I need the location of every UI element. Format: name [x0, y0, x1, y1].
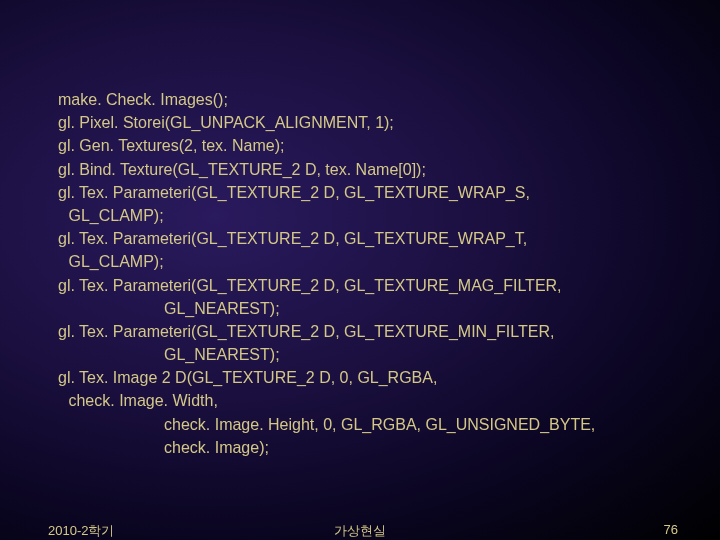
code-line: check. Image. Width, — [58, 389, 680, 412]
footer-title: 가상현실 — [334, 522, 386, 540]
code-line: check. Image. Height, 0, GL_RGBA, GL_UNS… — [58, 413, 680, 436]
code-line: check. Image); — [58, 436, 680, 459]
code-line: gl. Tex. Image 2 D(GL_TEXTURE_2 D, 0, GL… — [58, 366, 680, 389]
code-block: make. Check. Images(); gl. Pixel. Storei… — [58, 88, 680, 459]
code-line: gl. Tex. Parameteri(GL_TEXTURE_2 D, GL_T… — [58, 320, 680, 343]
slide-number: 76 — [664, 522, 678, 537]
footer-semester: 2010-2학기 — [48, 522, 114, 540]
code-line: gl. Tex. Parameteri(GL_TEXTURE_2 D, GL_T… — [58, 274, 680, 297]
code-line: gl. Tex. Parameteri(GL_TEXTURE_2 D, GL_T… — [58, 181, 680, 204]
code-line: GL_NEAREST); — [58, 343, 680, 366]
code-line: gl. Tex. Parameteri(GL_TEXTURE_2 D, GL_T… — [58, 227, 680, 250]
code-line: gl. Bind. Texture(GL_TEXTURE_2 D, tex. N… — [58, 158, 680, 181]
code-line: GL_CLAMP); — [58, 204, 680, 227]
code-line: GL_CLAMP); — [58, 250, 680, 273]
code-line: make. Check. Images(); — [58, 88, 680, 111]
code-line: gl. Gen. Textures(2, tex. Name); — [58, 134, 680, 157]
code-line: GL_NEAREST); — [58, 297, 680, 320]
code-line: gl. Pixel. Storei(GL_UNPACK_ALIGNMENT, 1… — [58, 111, 680, 134]
